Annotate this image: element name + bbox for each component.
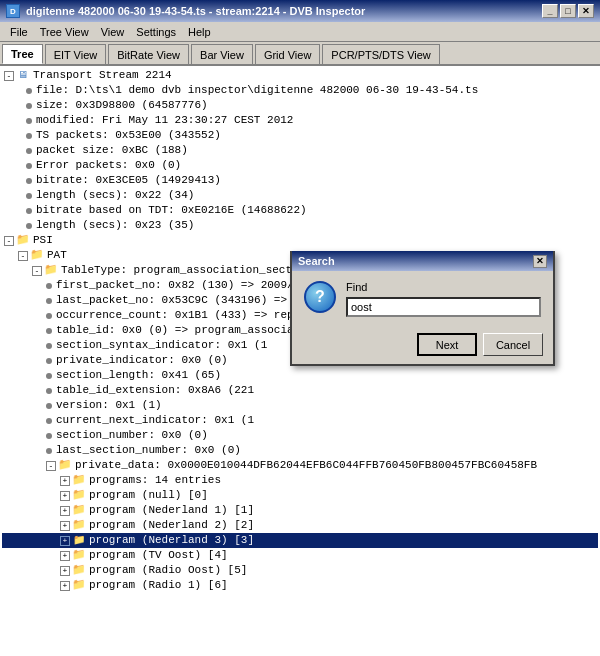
menu-treeview[interactable]: Tree View [34,24,95,40]
tree-toggle[interactable]: - [32,266,42,276]
tree-row: length (secs): 0x22 (34) [2,188,598,203]
maximize-button[interactable]: □ [560,4,576,18]
tree-row[interactable]: - 🖥 Transport Stream 2214 [2,68,598,83]
tree-toggle[interactable]: + [60,491,70,501]
folder-icon: 📁 [16,235,30,247]
bullet-icon [46,283,52,289]
tab-grid[interactable]: Grid View [255,44,320,64]
tree-toggle[interactable]: + [60,566,70,576]
tree-row[interactable]: + 📁 program (Radio Oost) [5] [2,563,598,578]
tree-row[interactable]: - 📁 private_data: 0x0000E010044DFB62044E… [2,458,598,473]
tree-node-text: programs: 14 entries [89,473,221,488]
tree-row-selected[interactable]: + 📁 program (Nederland 3) [3] [2,533,598,548]
cancel-button[interactable]: Cancel [483,333,543,356]
search-dialog: Search ✕ ? Find Next Cancel [290,251,555,366]
tree-node-text: current_next_indicator: 0x1 (1 [56,413,254,428]
tree-toggle[interactable]: + [60,551,70,561]
tree-node-text: TS packets: 0x53E00 (343552) [36,128,221,143]
tab-bar: Tree EIT View BitRate View Bar View Grid… [0,42,600,66]
tree-row: table_id_extension: 0x8A6 (221 [2,383,598,398]
tree-row[interactable]: + 📁 program (Nederland 2) [2] [2,518,598,533]
tree-row: version: 0x1 (1) [2,398,598,413]
tree-node-text: program (Radio Oost) [5] [89,563,247,578]
bullet-icon [26,223,32,229]
folder-icon: 📁 [30,250,44,262]
menu-settings[interactable]: Settings [130,24,182,40]
folder-icon: 📁 [72,490,86,502]
tree-row[interactable]: + 📁 programs: 14 entries [2,473,598,488]
bullet-icon [26,118,32,124]
tree-node-text: length (secs): 0x23 (35) [36,218,194,233]
bullet-icon [46,358,52,364]
folder-icon: 📁 [72,580,86,592]
tree-toggle[interactable]: + [60,476,70,486]
tree-toggle[interactable]: - [4,71,14,81]
window-title: digitenne 482000 06-30 19-43-54.ts - str… [26,5,365,17]
tree-node-text: private_data: 0x0000E010044DFB62044EFB6C… [75,458,537,473]
dialog-title: Search [298,255,335,267]
tab-eit[interactable]: EIT View [45,44,107,64]
tab-pcr[interactable]: PCR/PTS/DTS View [322,44,439,64]
tree-row[interactable]: + 📁 program (Nederland 1) [1] [2,503,598,518]
tree-toggle[interactable]: - [46,461,56,471]
folder-icon: 📁 [72,535,86,547]
question-mark: ? [315,288,325,306]
menu-bar: File Tree View View Settings Help [0,22,600,42]
tree-node-text: section_syntax_indicator: 0x1 (1 [56,338,267,353]
dialog-title-bar: Search ✕ [292,251,553,271]
tree-node-text: program (Nederland 1) [1] [89,503,254,518]
tree-row[interactable]: + 📁 program (null) [0] [2,488,598,503]
tree-node-text: modified: Fri May 11 23:30:27 CEST 2012 [36,113,293,128]
dialog-buttons: Next Cancel [292,327,553,364]
folder-icon: 📁 [72,520,86,532]
bullet-icon [46,448,52,454]
dialog-question-icon: ? [304,281,336,313]
title-bar: D digitenne 482000 06-30 19-43-54.ts - s… [0,0,600,22]
tree-node-text: program (Radio 1) [6] [89,578,228,593]
menu-help[interactable]: Help [182,24,217,40]
menu-file[interactable]: File [4,24,34,40]
next-button[interactable]: Next [417,333,477,356]
bullet-icon [26,208,32,214]
tree-node-text: PSI [33,233,53,248]
find-input[interactable] [346,297,541,317]
bullet-icon [46,418,52,424]
bullet-icon [46,343,52,349]
main-content: - 🖥 Transport Stream 2214 file: D:\ts\1 … [0,66,600,656]
dialog-form: Find [346,281,541,317]
tree-row[interactable]: + 📁 program (TV Oost) [4] [2,548,598,563]
bullet-icon [46,403,52,409]
tree-node-text: Transport Stream 2214 [33,68,172,83]
window-controls: _ □ ✕ [542,4,594,18]
folder-icon: 📁 [72,505,86,517]
bullet-icon [26,148,32,154]
app-icon: D [6,4,20,18]
tree-row: Error packets: 0x0 (0) [2,158,598,173]
tree-row: TS packets: 0x53E00 (343552) [2,128,598,143]
tree-toggle[interactable]: + [60,521,70,531]
tree-node-text: file: D:\ts\1 demo dvb inspector\digiten… [36,83,478,98]
tree-node-text: table_id_extension: 0x8A6 (221 [56,383,254,398]
dialog-close-button[interactable]: ✕ [533,255,547,268]
menu-view[interactable]: View [95,24,131,40]
tree-row[interactable]: + 📁 program (Radio 1) [6] [2,578,598,593]
tree-node-text: packet size: 0xBC (188) [36,143,188,158]
tab-bitrate[interactable]: BitRate View [108,44,189,64]
tree-toggle[interactable]: + [60,506,70,516]
tree-node-text: version: 0x1 (1) [56,398,162,413]
tree-toggle[interactable]: + [60,581,70,591]
transport-icon: 🖥 [16,70,30,82]
tree-node-text: program (Nederland 3) [3] [89,533,254,548]
tree-row[interactable]: - 📁 PSI [2,233,598,248]
tree-toggle[interactable]: - [4,236,14,246]
tab-tree[interactable]: Tree [2,44,43,64]
folder-icon: 📁 [44,265,58,277]
tree-toggle[interactable]: + [60,536,70,546]
folder-icon: 📁 [72,565,86,577]
tree-toggle[interactable]: - [18,251,28,261]
minimize-button[interactable]: _ [542,4,558,18]
find-label: Find [346,281,541,293]
close-button[interactable]: ✕ [578,4,594,18]
tab-bar-view[interactable]: Bar View [191,44,253,64]
tree-node-text: last_section_number: 0x0 (0) [56,443,241,458]
